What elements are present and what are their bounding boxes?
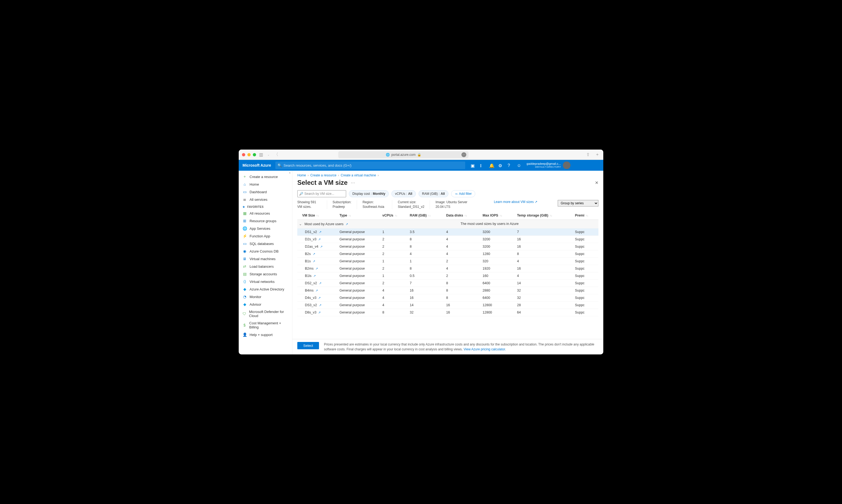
share-icon[interactable]: ⇧ [585, 152, 591, 158]
table-row[interactable]: D2s_v3 ↗ General purpose 2 8 4 3200 16 S… [297, 235, 598, 243]
cell-type: General purpose [338, 228, 381, 235]
close-window-icon[interactable] [242, 153, 245, 156]
vcpu-filter-pill[interactable]: vCPUs : All [392, 190, 416, 197]
nav-label: Dashboard [250, 190, 267, 194]
global-search[interactable]: 🔍 Search resources, services, and docs (… [275, 162, 465, 169]
nav-label: Microsoft Defender for Cloud [249, 310, 288, 318]
sidebar-item[interactable]: ▭SQL databases [239, 240, 292, 247]
sidebar-item[interactable]: ◆Advisor [239, 301, 292, 308]
trend-icon: ↗ [312, 274, 316, 277]
user-menu[interactable]: gaddepradeep@gmail.c... DEFAULT DIRECTOR… [527, 162, 570, 169]
chevron-down-icon[interactable]: ⌄ [266, 152, 271, 158]
cell-vcpus: 4 [381, 294, 408, 301]
sidebar-toggle-icon[interactable]: ▥ [258, 152, 264, 158]
gear-icon[interactable]: ⚙ [498, 163, 503, 167]
cell-type: General purpose [338, 265, 381, 272]
cell-size: DS2_v2 ↗ [297, 280, 338, 287]
brand-label[interactable]: Microsoft Azure [242, 163, 271, 167]
nav-label: All resources [250, 211, 270, 215]
more-icon[interactable]: ⋯ [461, 152, 466, 157]
crumb-home[interactable]: Home [297, 174, 306, 177]
sidebar-item[interactable]: ▭Dashboard [239, 188, 292, 196]
sidebar-item[interactable]: ◉Azure Cosmos DB [239, 247, 292, 255]
column-header[interactable]: Type ↑↓ [338, 211, 381, 220]
nav-icon: ◆ [242, 302, 247, 306]
maximize-window-icon[interactable] [253, 153, 256, 156]
table-row[interactable]: DS2_v2 ↗ General purpose 2 7 8 6400 14 S… [297, 280, 598, 287]
cell-temp: 16 [515, 243, 573, 250]
column-header[interactable]: RAM (GiB) ↑↓ [408, 211, 444, 220]
column-header[interactable]: VM Size ↑↓ [297, 211, 338, 220]
column-header[interactable]: vCPUs ↑↓ [381, 211, 408, 220]
sidebar-item[interactable]: ▦All resources [239, 210, 292, 217]
nav-label: Virtual machines [250, 257, 276, 261]
crumb-create-vm[interactable]: Create a virtual machine [341, 174, 376, 177]
sidebar-item[interactable]: 🛡Microsoft Defender for Cloud [239, 308, 292, 320]
vm-size-search[interactable]: 🔎 Search by VM size... [297, 190, 346, 197]
ram-filter-pill[interactable]: RAM (GiB) : All [418, 190, 448, 197]
table-row[interactable]: DS1_v2 ↗ General purpose 1 3.5 4 3200 7 … [297, 228, 598, 235]
sidebar-item[interactable]: ⊞Resource groups [239, 217, 292, 224]
pricing-calculator-link[interactable]: View Azure pricing calculator. [464, 347, 506, 351]
nav-icon: 👤 [242, 332, 247, 337]
sidebar-item[interactable]: $Cost Management + Billing [239, 320, 292, 331]
table-row[interactable]: B4ms ↗ General purpose 4 16 8 2880 32 Su… [297, 287, 598, 294]
cost-filter-pill[interactable]: Display cost : Monthly [349, 190, 389, 197]
sidebar-item[interactable]: ≣All services [239, 196, 292, 203]
column-header[interactable]: Data disks ↑↓ [445, 211, 481, 220]
table-row[interactable]: B1s ↗ General purpose 1 1 2 320 4 Suppc [297, 257, 598, 265]
add-filter-button[interactable]: ⫬ Add filter [451, 190, 475, 197]
collapse-icon[interactable]: « [289, 171, 291, 174]
sidebar-item[interactable]: 🌐App Services [239, 224, 292, 232]
feedback-icon[interactable]: ☺ [517, 163, 521, 167]
column-header[interactable]: Premi ↑↓ [573, 211, 598, 220]
bell-icon[interactable]: 🔔 [489, 163, 494, 167]
group-header-row[interactable]: ⌄ Most used by Azure users ↗ The most us… [297, 219, 598, 228]
sort-icon: ↑↓ [427, 214, 431, 217]
sidebar-item[interactable]: ◔Monitor [239, 293, 292, 301]
back-icon[interactable]: 〈 [273, 152, 279, 158]
cloud-shell-icon[interactable]: ▣ [471, 163, 475, 167]
cell-ram: 0.5 [408, 272, 444, 280]
filter-icon[interactable]: ⫿ [480, 163, 484, 167]
select-button[interactable]: Select [297, 342, 319, 349]
nav-label: Storage accounts [250, 272, 277, 276]
sidebar-item[interactable]: ⚡Function App [239, 232, 292, 240]
breadcrumb: Home › Create a resource › Create a virt… [292, 171, 603, 178]
sidebar-item[interactable]: ⟨⟩Virtual networks [239, 278, 292, 285]
sidebar-item[interactable]: 🖥Virtual machines [239, 255, 292, 263]
sidebar-item[interactable]: ⌂Home [239, 180, 292, 188]
filter-bar: 🔎 Search by VM size... Display cost : Mo… [292, 190, 603, 200]
cell-temp: 32 [515, 287, 573, 294]
sidebar-item[interactable]: ▤Storage accounts [239, 270, 292, 278]
nav-label: Cost Management + Billing [249, 321, 288, 329]
nav-icon: 🖥 [242, 257, 247, 261]
url-bar[interactable]: 🌐 portal.azure.com 🔒 ⋯ [338, 151, 468, 158]
group-by-select[interactable]: Group by series [558, 200, 598, 206]
sidebar: « ＋Create a resource⌂Home▭Dashboard≣All … [239, 171, 292, 355]
close-icon[interactable]: ✕ [595, 180, 598, 185]
help-icon[interactable]: ? [508, 163, 512, 167]
table-row[interactable]: B2ms ↗ General purpose 2 8 4 1920 16 Sup… [297, 265, 598, 272]
sidebar-item[interactable]: ＋Create a resource [239, 173, 292, 180]
cell-ram: 7 [408, 280, 444, 287]
filter-icon: ⫬ [454, 192, 458, 196]
table-row[interactable]: D2as_v4 ↗ General purpose 2 8 4 3200 16 … [297, 243, 598, 250]
sidebar-item[interactable]: ⇄Load balancers [239, 263, 292, 270]
more-icon[interactable]: ⋯ [351, 180, 355, 185]
crumb-create-resource[interactable]: Create a resource [310, 174, 337, 177]
table-row[interactable]: DS3_v2 ↗ General purpose 4 14 16 12800 2… [297, 301, 598, 309]
globe-icon: 🌐 [386, 153, 390, 157]
sidebar-item[interactable]: 👤Help + support [239, 331, 292, 339]
learn-more-link[interactable]: Learn more about VM sizes ↗ [494, 200, 537, 204]
table-row[interactable]: B2s ↗ General purpose 2 4 4 1280 8 Suppc [297, 250, 598, 257]
new-tab-icon[interactable]: ＋ [595, 152, 600, 158]
column-header[interactable]: Max IOPS ↑↓ [481, 211, 515, 220]
sidebar-item[interactable]: ◆Azure Active Directory [239, 285, 292, 293]
minimize-window-icon[interactable] [247, 153, 251, 156]
table-row[interactable]: B1ls ↗ General purpose 1 0.5 2 160 4 Sup… [297, 272, 598, 280]
column-header[interactable]: Temp storage (GiB) ↑↓ [515, 211, 573, 220]
table-row[interactable]: D4s_v3 ↗ General purpose 4 16 8 6400 32 … [297, 294, 598, 301]
table-row[interactable]: D8s_v3 ↗ General purpose 8 32 16 12800 6… [297, 309, 598, 316]
cell-size: B1ls ↗ [297, 272, 338, 280]
